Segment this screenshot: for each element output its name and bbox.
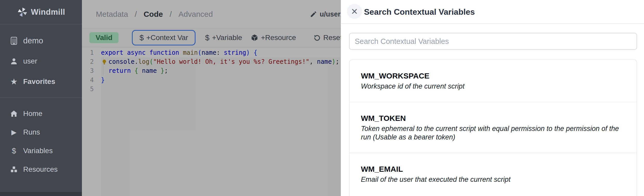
sidebar-item-label: Runs bbox=[23, 128, 40, 136]
sidebar-item-home[interactable]: Home bbox=[0, 104, 82, 123]
variable-description: Token ephemeral to the current script wi… bbox=[361, 124, 625, 142]
sidebar-item-runs[interactable]: ▶Runs bbox=[0, 123, 82, 142]
variable-list: WM_WORKSPACEWorkspace id of the current … bbox=[349, 59, 637, 196]
sidebar-footer bbox=[0, 192, 82, 196]
variable-list-item[interactable]: WM_EMAILEmail of the user that executed … bbox=[350, 153, 637, 195]
sidebar-item-user[interactable]: user bbox=[0, 51, 82, 71]
close-drawer-button[interactable] bbox=[347, 4, 362, 19]
sidebar-item-label: Variables bbox=[23, 147, 53, 155]
variable-name: WM_TOKEN bbox=[361, 114, 625, 123]
variable-list-item[interactable]: WM_TOKENToken ephemeral to the current s… bbox=[350, 102, 637, 153]
variable-description: Workspace id of the current script bbox=[361, 82, 625, 91]
sidebar-divider bbox=[0, 98, 82, 98]
play-icon: ▶ bbox=[10, 128, 18, 137]
search-input[interactable] bbox=[349, 33, 637, 50]
drawer-backdrop[interactable] bbox=[82, 0, 341, 196]
drawer-divider bbox=[341, 23, 644, 24]
sidebar-item-label: Resources bbox=[23, 165, 58, 174]
drawer-title: Search Contextual Variables bbox=[364, 7, 475, 17]
cubes-icon bbox=[10, 165, 18, 174]
sidebar-nav-section: Home▶Runs$VariablesResources bbox=[0, 104, 82, 179]
sidebar-item-resources[interactable]: Resources bbox=[0, 160, 82, 179]
windmill-logo-icon bbox=[17, 7, 28, 18]
sidebar-item-label: user bbox=[23, 57, 37, 65]
sidebar-item-label: Home bbox=[23, 109, 43, 118]
search-variables-drawer: Search Contextual Variables WM_WORKSPACE… bbox=[341, 0, 644, 196]
variable-name: WM_WORKSPACE bbox=[361, 72, 625, 80]
variable-list-item[interactable]: WM_WORKSPACEWorkspace id of the current … bbox=[350, 60, 637, 102]
sidebar-item-favorites[interactable]: ★Favorites bbox=[0, 71, 82, 92]
windmill-app: Metadata / Code / Advanced u/user/l Vali… bbox=[0, 0, 644, 196]
home-icon bbox=[10, 109, 18, 118]
windmill-logo[interactable]: Windmill bbox=[0, 0, 82, 24]
sidebar-item-variables[interactable]: $Variables bbox=[0, 142, 82, 160]
sidebar-item-label: Favorites bbox=[23, 77, 55, 86]
close-icon bbox=[351, 8, 358, 15]
variable-description: Email of the user that executed the curr… bbox=[361, 175, 625, 184]
sidebar-item-workspace[interactable]: demo bbox=[0, 30, 82, 51]
star-icon: ★ bbox=[10, 77, 18, 86]
user-icon bbox=[10, 57, 18, 66]
building-icon bbox=[10, 36, 18, 45]
dollar-icon: $ bbox=[10, 146, 18, 155]
sidebar: Windmill demouser★Favorites Home▶Runs$Va… bbox=[0, 0, 82, 196]
windmill-logo-text: Windmill bbox=[31, 7, 65, 17]
variable-name: WM_EMAIL bbox=[361, 165, 625, 174]
sidebar-workspace-section: demouser★Favorites bbox=[0, 30, 82, 92]
sidebar-item-label: demo bbox=[23, 36, 43, 45]
